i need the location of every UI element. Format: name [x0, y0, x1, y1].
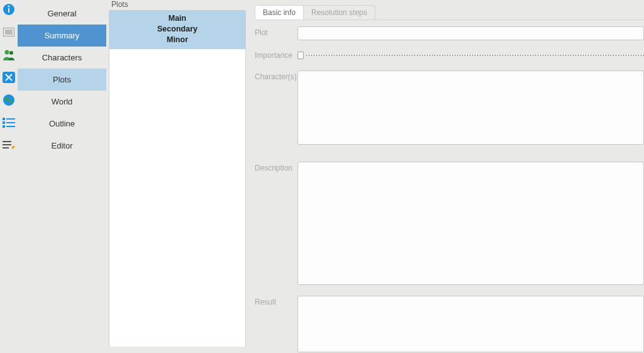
- plots-panel: Plots Main Secondary Minor: [109, 0, 246, 347]
- svg-rect-1: [8, 8, 9, 13]
- plots-icon: [2, 70, 16, 84]
- svg-point-2: [8, 6, 10, 8]
- slider-handle[interactable]: [297, 52, 304, 59]
- characters-icon: [2, 48, 16, 62]
- plot-category-minor[interactable]: Minor: [109, 35, 245, 45]
- summary-icon: [2, 25, 16, 39]
- tab-basic-info[interactable]: Basic info: [255, 5, 304, 20]
- tab-resolution-steps[interactable]: Resolution steps: [303, 5, 375, 20]
- detail-tabs: Basic info Resolution steps: [255, 5, 644, 20]
- nav-editor[interactable]: Editor: [18, 135, 106, 157]
- tab-content: Plot Importance Character(s): [255, 20, 644, 353]
- svg-rect-4: [5, 30, 13, 35]
- label-characters: Character(s): [255, 70, 297, 81]
- nav-list: General Summary Characters Plots World O…: [18, 0, 106, 347]
- nav-outline[interactable]: Outline: [18, 113, 106, 135]
- nav-world[interactable]: World: [18, 91, 106, 113]
- plots-panel-title: Plots: [109, 0, 246, 10]
- result-textarea[interactable]: [297, 296, 644, 352]
- label-importance: Importance: [255, 49, 297, 60]
- description-textarea[interactable]: [297, 162, 644, 285]
- info-icon: [2, 3, 16, 16]
- nav-general[interactable]: General: [18, 3, 106, 25]
- svg-rect-13: [3, 125, 5, 128]
- slider-track[interactable]: [306, 55, 644, 56]
- svg-rect-11: [3, 121, 5, 124]
- left-sidebar: General Summary Characters Plots World O…: [0, 0, 106, 347]
- label-plot: Plot: [255, 26, 297, 37]
- nav-characters[interactable]: Characters: [18, 47, 106, 69]
- characters-textarea[interactable]: [297, 70, 644, 145]
- svg-rect-16: [3, 144, 11, 145]
- plot-category-secondary[interactable]: Secondary: [109, 24, 245, 35]
- outline-icon: [2, 116, 16, 130]
- plot-name-input[interactable]: [297, 26, 644, 40]
- svg-rect-9: [3, 118, 5, 120]
- nav-plots[interactable]: Plots: [18, 69, 106, 91]
- world-icon: [2, 93, 16, 107]
- svg-rect-15: [3, 141, 11, 142]
- svg-point-5: [5, 50, 9, 55]
- plot-category-list[interactable]: Main Secondary Minor: [109, 10, 246, 347]
- nav-summary[interactable]: Summary: [18, 25, 106, 47]
- importance-slider[interactable]: [297, 49, 644, 62]
- svg-rect-10: [6, 118, 15, 120]
- svg-rect-14: [6, 126, 15, 127]
- detail-panel: Basic info Resolution steps Plot Importa…: [246, 0, 644, 347]
- svg-point-6: [9, 51, 13, 55]
- svg-rect-12: [6, 122, 15, 123]
- label-result: Result: [255, 296, 297, 306]
- plot-category-main[interactable]: Main: [109, 13, 245, 24]
- svg-rect-17: [3, 147, 9, 148]
- icon-column: [0, 0, 18, 347]
- label-description: Description: [255, 162, 297, 172]
- editor-icon: [2, 138, 16, 152]
- plot-categories-header[interactable]: Main Secondary Minor: [109, 11, 245, 49]
